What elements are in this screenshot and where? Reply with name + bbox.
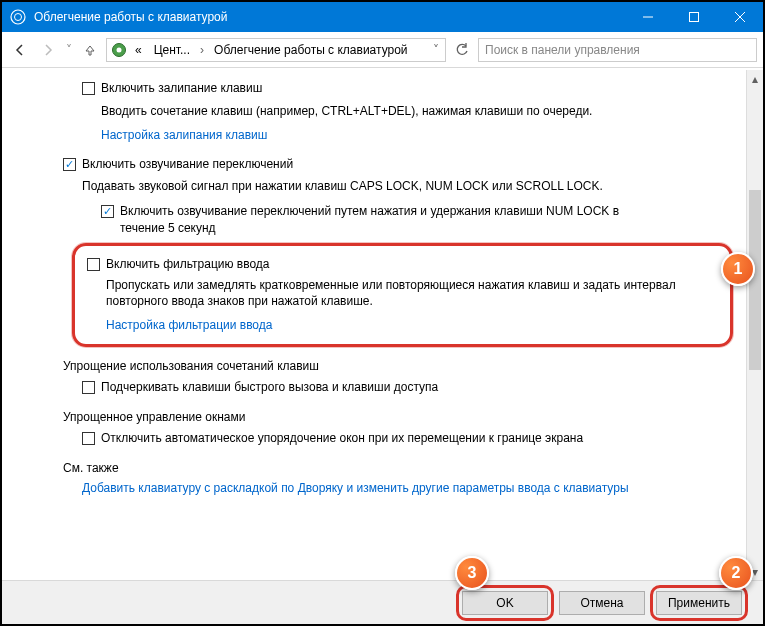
- annotation-marker-1: 1: [721, 252, 755, 286]
- annotation-marker-3: 3: [455, 556, 489, 590]
- breadcrumb[interactable]: « Цент... › Облегчение работы с клавиату…: [106, 38, 446, 62]
- windows-heading: Упрощенное управление окнами: [63, 410, 733, 424]
- disable-snap-checkbox[interactable]: [82, 432, 95, 445]
- nav-chevron-icon: ˅: [66, 43, 72, 57]
- shortcuts-heading: Упрощение использования сочетаний клавиш: [63, 359, 733, 373]
- back-button[interactable]: [8, 38, 32, 62]
- apply-button[interactable]: Применить: [656, 591, 742, 615]
- dvorak-link[interactable]: Добавить клавиатуру с раскладкой по Двор…: [82, 481, 629, 495]
- chevron-right-icon: ›: [198, 43, 206, 57]
- svg-point-7: [117, 47, 122, 52]
- up-button[interactable]: [78, 38, 102, 62]
- minimize-button[interactable]: [625, 2, 671, 32]
- forward-button[interactable]: [36, 38, 60, 62]
- filter-keys-checkbox[interactable]: [87, 258, 100, 271]
- content-area: Включить залипание клавиш Вводить сочета…: [2, 70, 763, 580]
- filter-keys-highlight: Включить фильтрацию ввода Пропускать или…: [72, 243, 733, 347]
- refresh-button[interactable]: [450, 38, 474, 62]
- sticky-keys-description: Вводить сочетание клавиш (например, CTRL…: [101, 103, 733, 120]
- breadcrumb-part-1[interactable]: Цент...: [150, 43, 194, 57]
- control-panel-icon: [111, 42, 127, 58]
- svg-rect-3: [690, 13, 699, 22]
- annotation-marker-2: 2: [719, 556, 753, 590]
- search-input[interactable]: Поиск в панели управления: [478, 38, 757, 62]
- svg-point-0: [11, 10, 25, 24]
- filter-keys-settings-link[interactable]: Настройка фильтрации ввода: [106, 318, 272, 332]
- toggle-keys-label: Включить озвучивание переключений: [82, 156, 293, 173]
- underline-shortcuts-label: Подчеркивать клавиши быстрого вызова и к…: [101, 379, 438, 396]
- toggle-keys-numlock-label: Включить озвучивание переключений путем …: [120, 203, 660, 237]
- underline-shortcuts-checkbox[interactable]: [82, 381, 95, 394]
- disable-snap-label: Отключить автоматическое упорядочение ок…: [101, 430, 583, 447]
- filter-keys-description: Пропускать или замедлять кратковременные…: [106, 277, 718, 311]
- sticky-keys-label: Включить залипание клавиш: [101, 80, 262, 97]
- window-title: Облегчение работы с клавиатурой: [34, 10, 625, 24]
- window-titlebar: Облегчение работы с клавиатурой: [2, 2, 763, 32]
- sticky-keys-settings-link[interactable]: Настройка залипания клавиш: [101, 128, 267, 142]
- sticky-keys-checkbox[interactable]: [82, 82, 95, 95]
- dropdown-chevron-icon[interactable]: ˅: [431, 43, 441, 57]
- ok-button[interactable]: OK: [462, 591, 548, 615]
- close-button[interactable]: [717, 2, 763, 32]
- toggle-keys-checkbox[interactable]: [63, 158, 76, 171]
- cancel-button[interactable]: Отмена: [559, 591, 645, 615]
- search-placeholder: Поиск в панели управления: [485, 43, 640, 57]
- filter-keys-label: Включить фильтрацию ввода: [106, 256, 270, 273]
- toggle-keys-numlock-checkbox[interactable]: [101, 205, 114, 218]
- vertical-scrollbar[interactable]: ▴ ▾: [746, 70, 763, 580]
- dialog-footer: OK Отмена Применить: [2, 580, 763, 624]
- navigation-bar: ˅ « Цент... › Облегчение работы с клавиа…: [2, 32, 763, 68]
- breadcrumb-part-2[interactable]: Облегчение работы с клавиатурой: [210, 43, 412, 57]
- seealso-heading: См. также: [63, 461, 733, 475]
- breadcrumb-prefix[interactable]: «: [131, 43, 146, 57]
- scroll-up-button[interactable]: ▴: [747, 70, 763, 87]
- toggle-keys-description: Подавать звуковой сигнал при нажатии кла…: [82, 178, 733, 195]
- app-icon: [10, 9, 26, 25]
- svg-point-1: [15, 14, 22, 21]
- maximize-button[interactable]: [671, 2, 717, 32]
